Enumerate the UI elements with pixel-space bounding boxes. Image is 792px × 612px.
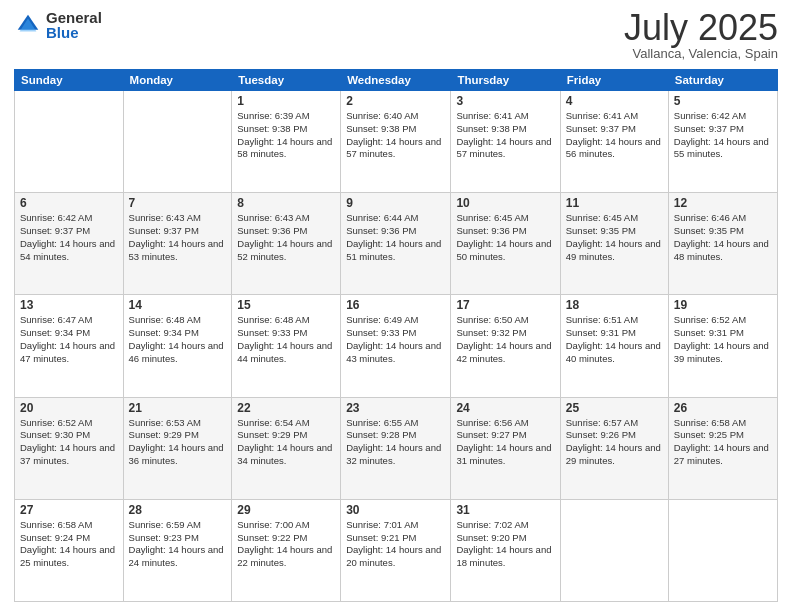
page: General Blue July 2025 Vallanca, Valenci…	[0, 0, 792, 612]
calendar-cell: 3Sunrise: 6:41 AM Sunset: 9:38 PM Daylig…	[451, 91, 560, 193]
calendar-cell: 19Sunrise: 6:52 AM Sunset: 9:31 PM Dayli…	[668, 295, 777, 397]
calendar-cell: 14Sunrise: 6:48 AM Sunset: 9:34 PM Dayli…	[123, 295, 232, 397]
week-row-1: 6Sunrise: 6:42 AM Sunset: 9:37 PM Daylig…	[15, 193, 778, 295]
calendar-cell: 4Sunrise: 6:41 AM Sunset: 9:37 PM Daylig…	[560, 91, 668, 193]
calendar-cell	[560, 499, 668, 601]
calendar-cell: 21Sunrise: 6:53 AM Sunset: 9:29 PM Dayli…	[123, 397, 232, 499]
calendar-cell: 12Sunrise: 6:46 AM Sunset: 9:35 PM Dayli…	[668, 193, 777, 295]
day-detail: Sunrise: 6:50 AM Sunset: 9:32 PM Dayligh…	[456, 314, 554, 365]
calendar-cell: 18Sunrise: 6:51 AM Sunset: 9:31 PM Dayli…	[560, 295, 668, 397]
day-number: 30	[346, 503, 445, 517]
calendar-cell: 27Sunrise: 6:58 AM Sunset: 9:24 PM Dayli…	[15, 499, 124, 601]
week-row-2: 13Sunrise: 6:47 AM Sunset: 9:34 PM Dayli…	[15, 295, 778, 397]
day-number: 3	[456, 94, 554, 108]
day-number: 23	[346, 401, 445, 415]
subtitle: Vallanca, Valencia, Spain	[624, 46, 778, 61]
day-number: 5	[674, 94, 772, 108]
calendar-cell	[668, 499, 777, 601]
day-detail: Sunrise: 6:48 AM Sunset: 9:34 PM Dayligh…	[129, 314, 227, 365]
calendar-cell: 30Sunrise: 7:01 AM Sunset: 9:21 PM Dayli…	[341, 499, 451, 601]
day-detail: Sunrise: 6:53 AM Sunset: 9:29 PM Dayligh…	[129, 417, 227, 468]
calendar-cell: 13Sunrise: 6:47 AM Sunset: 9:34 PM Dayli…	[15, 295, 124, 397]
day-detail: Sunrise: 6:48 AM Sunset: 9:33 PM Dayligh…	[237, 314, 335, 365]
calendar-cell: 22Sunrise: 6:54 AM Sunset: 9:29 PM Dayli…	[232, 397, 341, 499]
calendar-cell: 29Sunrise: 7:00 AM Sunset: 9:22 PM Dayli…	[232, 499, 341, 601]
day-detail: Sunrise: 6:39 AM Sunset: 9:38 PM Dayligh…	[237, 110, 335, 161]
calendar-cell	[123, 91, 232, 193]
calendar-cell: 28Sunrise: 6:59 AM Sunset: 9:23 PM Dayli…	[123, 499, 232, 601]
day-number: 22	[237, 401, 335, 415]
day-number: 15	[237, 298, 335, 312]
day-detail: Sunrise: 7:00 AM Sunset: 9:22 PM Dayligh…	[237, 519, 335, 570]
title-section: July 2025 Vallanca, Valencia, Spain	[624, 10, 778, 61]
day-number: 17	[456, 298, 554, 312]
logo-general: General	[46, 10, 102, 25]
header-sunday: Sunday	[15, 70, 124, 91]
calendar-cell: 5Sunrise: 6:42 AM Sunset: 9:37 PM Daylig…	[668, 91, 777, 193]
day-detail: Sunrise: 6:42 AM Sunset: 9:37 PM Dayligh…	[20, 212, 118, 263]
day-detail: Sunrise: 6:41 AM Sunset: 9:38 PM Dayligh…	[456, 110, 554, 161]
calendar-cell: 17Sunrise: 6:50 AM Sunset: 9:32 PM Dayli…	[451, 295, 560, 397]
day-number: 7	[129, 196, 227, 210]
calendar-cell: 25Sunrise: 6:57 AM Sunset: 9:26 PM Dayli…	[560, 397, 668, 499]
calendar-cell: 10Sunrise: 6:45 AM Sunset: 9:36 PM Dayli…	[451, 193, 560, 295]
day-number: 25	[566, 401, 663, 415]
day-number: 12	[674, 196, 772, 210]
day-detail: Sunrise: 6:55 AM Sunset: 9:28 PM Dayligh…	[346, 417, 445, 468]
day-number: 1	[237, 94, 335, 108]
day-detail: Sunrise: 6:54 AM Sunset: 9:29 PM Dayligh…	[237, 417, 335, 468]
day-number: 13	[20, 298, 118, 312]
day-detail: Sunrise: 6:46 AM Sunset: 9:35 PM Dayligh…	[674, 212, 772, 263]
header-friday: Friday	[560, 70, 668, 91]
calendar-cell: 20Sunrise: 6:52 AM Sunset: 9:30 PM Dayli…	[15, 397, 124, 499]
day-detail: Sunrise: 6:44 AM Sunset: 9:36 PM Dayligh…	[346, 212, 445, 263]
day-detail: Sunrise: 6:43 AM Sunset: 9:36 PM Dayligh…	[237, 212, 335, 263]
day-detail: Sunrise: 6:45 AM Sunset: 9:36 PM Dayligh…	[456, 212, 554, 263]
calendar-cell: 23Sunrise: 6:55 AM Sunset: 9:28 PM Dayli…	[341, 397, 451, 499]
day-detail: Sunrise: 6:59 AM Sunset: 9:23 PM Dayligh…	[129, 519, 227, 570]
day-detail: Sunrise: 6:47 AM Sunset: 9:34 PM Dayligh…	[20, 314, 118, 365]
day-number: 14	[129, 298, 227, 312]
day-detail: Sunrise: 6:51 AM Sunset: 9:31 PM Dayligh…	[566, 314, 663, 365]
day-detail: Sunrise: 6:40 AM Sunset: 9:38 PM Dayligh…	[346, 110, 445, 161]
header-monday: Monday	[123, 70, 232, 91]
header-saturday: Saturday	[668, 70, 777, 91]
calendar-cell	[15, 91, 124, 193]
day-detail: Sunrise: 6:52 AM Sunset: 9:31 PM Dayligh…	[674, 314, 772, 365]
day-detail: Sunrise: 6:43 AM Sunset: 9:37 PM Dayligh…	[129, 212, 227, 263]
day-number: 4	[566, 94, 663, 108]
day-number: 31	[456, 503, 554, 517]
calendar-cell: 15Sunrise: 6:48 AM Sunset: 9:33 PM Dayli…	[232, 295, 341, 397]
week-row-3: 20Sunrise: 6:52 AM Sunset: 9:30 PM Dayli…	[15, 397, 778, 499]
day-detail: Sunrise: 6:45 AM Sunset: 9:35 PM Dayligh…	[566, 212, 663, 263]
logo: General Blue	[14, 10, 102, 40]
calendar-cell: 6Sunrise: 6:42 AM Sunset: 9:37 PM Daylig…	[15, 193, 124, 295]
day-detail: Sunrise: 6:58 AM Sunset: 9:25 PM Dayligh…	[674, 417, 772, 468]
day-number: 28	[129, 503, 227, 517]
day-number: 10	[456, 196, 554, 210]
calendar-cell: 1Sunrise: 6:39 AM Sunset: 9:38 PM Daylig…	[232, 91, 341, 193]
day-detail: Sunrise: 6:56 AM Sunset: 9:27 PM Dayligh…	[456, 417, 554, 468]
day-number: 6	[20, 196, 118, 210]
day-detail: Sunrise: 6:57 AM Sunset: 9:26 PM Dayligh…	[566, 417, 663, 468]
day-detail: Sunrise: 6:58 AM Sunset: 9:24 PM Dayligh…	[20, 519, 118, 570]
header-tuesday: Tuesday	[232, 70, 341, 91]
calendar-cell: 26Sunrise: 6:58 AM Sunset: 9:25 PM Dayli…	[668, 397, 777, 499]
calendar-header-row: SundayMondayTuesdayWednesdayThursdayFrid…	[15, 70, 778, 91]
logo-blue: Blue	[46, 25, 102, 40]
day-number: 9	[346, 196, 445, 210]
header: General Blue July 2025 Vallanca, Valenci…	[14, 10, 778, 61]
day-number: 26	[674, 401, 772, 415]
calendar-cell: 16Sunrise: 6:49 AM Sunset: 9:33 PM Dayli…	[341, 295, 451, 397]
day-detail: Sunrise: 6:41 AM Sunset: 9:37 PM Dayligh…	[566, 110, 663, 161]
day-number: 24	[456, 401, 554, 415]
day-detail: Sunrise: 6:52 AM Sunset: 9:30 PM Dayligh…	[20, 417, 118, 468]
week-row-4: 27Sunrise: 6:58 AM Sunset: 9:24 PM Dayli…	[15, 499, 778, 601]
calendar-cell: 2Sunrise: 6:40 AM Sunset: 9:38 PM Daylig…	[341, 91, 451, 193]
day-detail: Sunrise: 6:42 AM Sunset: 9:37 PM Dayligh…	[674, 110, 772, 161]
day-number: 21	[129, 401, 227, 415]
calendar-cell: 24Sunrise: 6:56 AM Sunset: 9:27 PM Dayli…	[451, 397, 560, 499]
logo-text: General Blue	[46, 10, 102, 40]
day-number: 18	[566, 298, 663, 312]
week-row-0: 1Sunrise: 6:39 AM Sunset: 9:38 PM Daylig…	[15, 91, 778, 193]
